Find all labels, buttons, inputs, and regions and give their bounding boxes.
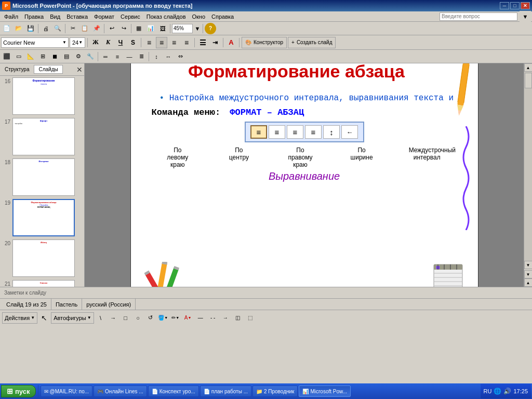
scroll-btn-extra-2[interactable]: ▲ — [524, 278, 533, 287]
constructor-button[interactable]: 🎨 Конструктор — [242, 37, 287, 48]
maximize-button[interactable]: □ — [510, 2, 520, 9]
draw-icon-6[interactable]: ▤ — [61, 51, 72, 62]
taskbar-game[interactable]: 🎮 Онлайн Lines ... — [94, 385, 147, 397]
insert-picture-button[interactable]: 🖼 — [157, 23, 168, 34]
list-button[interactable]: ☰ — [197, 37, 208, 48]
redo-button[interactable]: ↪ — [118, 23, 129, 34]
minimize-button[interactable]: ─ — [500, 2, 509, 9]
scroll-thumb[interactable] — [525, 73, 532, 88]
help-button[interactable]: ? — [205, 23, 216, 34]
arrow-style-btn[interactable]: → — [220, 312, 231, 324]
menu-slideshow[interactable]: Показ слайдов — [143, 13, 189, 20]
cut-button[interactable]: ✂ — [67, 23, 78, 34]
slide-thumbnail-16[interactable]: 16 Форматирование текста — [0, 76, 84, 116]
paste-button[interactable]: 📌 — [91, 23, 102, 34]
undo-button[interactable]: ↩ — [106, 23, 117, 34]
help-search-input[interactable] — [440, 12, 517, 21]
shadow-btn[interactable]: ◫ — [232, 312, 244, 324]
menu-window[interactable]: Окно — [189, 13, 209, 20]
rect-tool[interactable]: □ — [120, 312, 131, 324]
menu-help[interactable]: Справка — [208, 13, 237, 20]
tab-slides[interactable]: Слайды — [34, 65, 62, 74]
fill-color-btn[interactable]: 🪣▼ — [157, 312, 169, 324]
font-color-button[interactable]: A — [225, 37, 237, 48]
font-size-selector[interactable]: 24 ▼ — [70, 37, 85, 48]
draw-icon-13[interactable]: ↕ — [151, 51, 162, 62]
draw-icon-4[interactable]: ⊞ — [37, 51, 48, 62]
zoom-dropdown-icon[interactable]: ▼ — [194, 23, 201, 34]
notes-area[interactable]: Заметки к слайду — [0, 287, 532, 298]
menu-insert[interactable]: Вставка — [63, 13, 91, 20]
tab-structure[interactable]: Структура — [0, 65, 34, 74]
menu-file[interactable]: Файл — [1, 13, 21, 20]
zoom-box[interactable]: 45% — [172, 24, 193, 33]
draw-icon-9[interactable]: ═ — [100, 51, 111, 62]
draw-icon-8[interactable]: 🔧 — [85, 51, 96, 62]
font-color-bottom-btn[interactable]: A▼ — [182, 312, 194, 324]
scroll-down-button[interactable]: ▼ — [524, 261, 533, 269]
strikethrough-button[interactable]: S — [127, 37, 139, 48]
menu-tools[interactable]: Сервис — [117, 13, 143, 20]
panel-close-button[interactable]: ✕ — [75, 65, 84, 74]
close-button[interactable]: ✕ — [521, 2, 530, 9]
slide-thumbnail-20[interactable]: 20 Абзац — [0, 238, 84, 278]
menu-view[interactable]: Вид — [47, 13, 63, 20]
menu-edit[interactable]: Правка — [21, 13, 47, 20]
draw-icon-11[interactable]: — — [124, 51, 135, 62]
draw-icon-14[interactable]: ↔ — [163, 51, 174, 62]
draw-icon-10[interactable]: ≡ — [112, 51, 123, 62]
right-scrollbar[interactable]: ▲ ▼ ▼ ▲ — [524, 63, 532, 287]
slide-thumbnail-19[interactable]: 19 Форматирование абзаца • Настройка ФОР… — [0, 197, 84, 238]
taskbar-konspekt[interactable]: 📄 Конспект уро... — [148, 385, 199, 397]
copy-button[interactable]: 📋 — [79, 23, 90, 34]
taskbar-mail[interactable]: ✉ @MAIL.RU: по... — [41, 385, 93, 397]
draw-icon-12[interactable]: ≣ — [136, 51, 147, 62]
line-style-btn[interactable]: — — [195, 312, 206, 324]
align-right-button[interactable]: ≡ — [168, 37, 180, 48]
slide-thumbnail-17[interactable]: 17 Шрифт · настройка — [0, 116, 84, 157]
insert-table-button[interactable]: ▦ — [133, 23, 144, 34]
increase-indent-button[interactable]: ⇥ — [209, 37, 221, 48]
search-arrow-icon[interactable]: ▼ — [520, 11, 531, 22]
italic-button[interactable]: К — [102, 37, 114, 48]
draw-icon-15[interactable]: ⇔ — [175, 51, 186, 62]
actions-button[interactable]: Действия ▼ — [2, 312, 37, 324]
font-selector[interactable]: Courier New ▼ — [1, 37, 69, 48]
dash-style-btn[interactable]: - - — [207, 312, 219, 324]
draw-icon-5[interactable]: ◼ — [49, 51, 60, 62]
slide-thumbnail-21[interactable]: 21 Список — [0, 278, 84, 287]
bold-button[interactable]: Ж — [90, 37, 101, 48]
line-color-btn[interactable]: ✏▼ — [170, 312, 181, 324]
align-left-button[interactable]: ≡ — [143, 37, 155, 48]
cursor-icon[interactable]: ↖ — [38, 312, 50, 324]
preview-button[interactable]: 🔍 — [52, 23, 63, 34]
taskbar-explorer[interactable]: 📁 2 Проводник — [252, 385, 298, 397]
autoshapes-button[interactable]: Автофигуры ▼ — [51, 312, 94, 324]
save-button[interactable]: 💾 — [25, 23, 36, 34]
taskbar-powerpoint[interactable]: 📊 Microsoft Pow... — [299, 385, 351, 397]
draw-icon-3[interactable]: 📐 — [25, 51, 36, 62]
new-button[interactable]: 📄 — [1, 23, 12, 34]
volume-icon[interactable]: 🔊 — [503, 388, 511, 395]
create-slide-button[interactable]: + Создать слайд — [288, 37, 336, 48]
start-button[interactable]: ⊞ пуск — [1, 385, 36, 397]
draw-icon-7[interactable]: ⚙ — [73, 51, 84, 62]
draw-icon-1[interactable]: ⬛ — [1, 51, 12, 62]
taskbar-plan[interactable]: 📄 план работы ... — [200, 385, 251, 397]
lang-indicator[interactable]: RU — [484, 388, 492, 394]
menu-format[interactable]: Формат — [91, 13, 117, 20]
oval-tool[interactable]: ○ — [132, 312, 144, 324]
align-center-button[interactable]: ≡ — [156, 37, 167, 48]
scroll-up-button[interactable]: ▲ — [524, 63, 533, 72]
print-button[interactable]: 🖨 — [40, 23, 51, 34]
line-tool[interactable]: \ — [95, 312, 107, 324]
insert-chart-button[interactable]: 📊 — [145, 23, 156, 34]
align-justify-button[interactable]: ≡ — [181, 37, 192, 48]
scroll-btn-extra-1[interactable]: ▼ — [524, 270, 533, 278]
rotate-tool[interactable]: ↺ — [145, 312, 156, 324]
arrow-tool[interactable]: → — [108, 312, 119, 324]
draw-icon-2[interactable]: ▭ — [13, 51, 24, 62]
open-button[interactable]: 📂 — [13, 23, 24, 34]
slide-thumbnail-18[interactable]: 18 Интервал — [0, 157, 84, 197]
slide-canvas[interactable]: Форматирование абзаца • Настройка междус… — [130, 63, 478, 287]
